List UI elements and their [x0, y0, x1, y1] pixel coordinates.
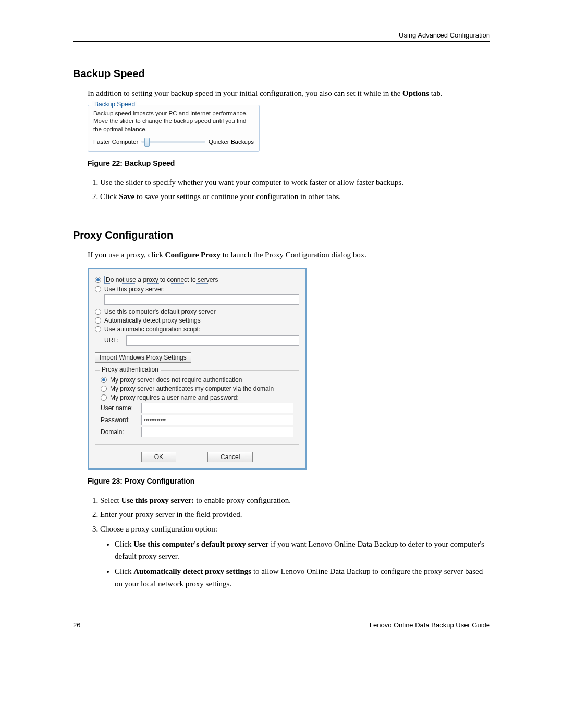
radio-auth-userpass[interactable]: My proxy requires a user name and passwo…	[101, 394, 293, 401]
proxy-sub-bullets: Click Use this computer's default proxy …	[100, 538, 490, 590]
radio-label: Automatically detect proxy settings	[104, 317, 201, 324]
username-input[interactable]	[141, 403, 293, 413]
radio-icon	[101, 394, 107, 401]
text: tab.	[429, 89, 443, 97]
figure-22-caption: Figure 22: Backup Speed	[88, 159, 490, 167]
radio-label: Use this proxy server:	[104, 286, 165, 293]
backup-speed-fieldset: Backup Speed Backup speed impacts your P…	[88, 105, 260, 152]
options-bold: Options	[402, 89, 429, 97]
radio-auto-detect[interactable]: Automatically detect proxy settings	[95, 317, 299, 324]
header-divider	[73, 41, 490, 42]
speed-slider[interactable]	[141, 141, 205, 143]
bold: Automatically detect proxy settings	[133, 567, 251, 575]
step-1: Select Use this proxy server: to enable …	[100, 495, 490, 507]
radio-no-proxy[interactable]: Do not use a proxy to connect to servers	[95, 276, 299, 284]
radio-icon	[101, 377, 107, 383]
cancel-button[interactable]: Cancel	[207, 452, 253, 462]
radio-icon	[101, 386, 107, 392]
slider-label-right: Quicker Backups	[209, 139, 254, 145]
radio-label: My proxy requires a user name and passwo…	[110, 394, 239, 401]
heading-proxy-config: Proxy Configuration	[73, 229, 490, 241]
text: In addition to setting your backup speed…	[88, 89, 402, 97]
bullet-auto-detect: Click Automatically detect proxy setting…	[115, 565, 490, 590]
bold: Use this computer's default proxy server	[133, 540, 268, 548]
radio-icon	[95, 309, 101, 315]
proxy-steps: Select Use this proxy server: to enable …	[88, 495, 490, 590]
radio-default-proxy[interactable]: Use this computer's default proxy server	[95, 308, 299, 315]
dialog-buttons: OK Cancel	[95, 452, 299, 462]
radio-label: Use this computer's default proxy server	[104, 308, 216, 315]
configure-proxy-bold: Configure Proxy	[165, 251, 221, 259]
step-3: Choose a proxy configuration option: Cli…	[100, 523, 490, 590]
password-input[interactable]: ••••••••••••	[141, 415, 293, 425]
bullet-default-proxy: Click Use this computer's default proxy …	[115, 538, 490, 563]
auth-legend: Proxy authentication	[100, 366, 161, 373]
radio-auth-none[interactable]: My proxy server does not require authent…	[101, 376, 293, 384]
header-section: Using Advanced Configuration	[73, 31, 490, 39]
text: to save your settings or continue your c…	[134, 192, 341, 201]
text: If you use a proxy, click	[88, 251, 165, 259]
text: to launch the Proxy Configuration dialog…	[221, 251, 366, 259]
radio-label: My proxy server authenticates my compute…	[110, 385, 274, 392]
proxy-server-input[interactable]	[104, 294, 299, 305]
import-windows-proxy-button[interactable]: Import Windows Proxy Settings	[95, 352, 191, 363]
slider-thumb[interactable]	[144, 138, 150, 147]
ok-button[interactable]: OK	[141, 452, 176, 462]
radio-label: Do not use a proxy to connect to servers	[104, 276, 219, 284]
bold: Use this proxy server:	[121, 496, 194, 504]
radio-icon	[95, 286, 101, 292]
page-number: 26	[73, 621, 80, 629]
radio-icon	[95, 277, 101, 283]
text: Click	[100, 192, 119, 201]
backup-speed-intro: In addition to setting your backup speed…	[88, 88, 490, 100]
text: to enable proxy configuration.	[194, 496, 291, 504]
domain-input[interactable]	[141, 427, 293, 437]
radio-icon	[95, 317, 101, 324]
fieldset-description: Backup speed impacts your PC and Interne…	[93, 109, 254, 134]
domain-label: Domain:	[101, 428, 138, 436]
fieldset-legend: Backup Speed	[92, 101, 137, 108]
proxy-intro: If you use a proxy, click Configure Prox…	[88, 249, 490, 261]
url-input[interactable]	[126, 335, 299, 346]
radio-auth-domain[interactable]: My proxy server authenticates my compute…	[101, 385, 293, 392]
heading-backup-speed: Backup Speed	[73, 68, 490, 80]
step-2: Click Save to save your settings or cont…	[100, 191, 490, 203]
radio-label: My proxy server does not require authent…	[110, 376, 242, 384]
proxy-auth-fieldset: Proxy authentication My proxy server doe…	[95, 370, 299, 445]
proxy-dialog: Do not use a proxy to connect to servers…	[88, 268, 307, 470]
password-label: Password:	[101, 416, 138, 424]
url-label: URL:	[104, 337, 123, 344]
radio-icon	[95, 326, 101, 332]
password-mask: ••••••••••••	[144, 417, 166, 423]
backup-speed-steps: Use the slider to specify whether you wa…	[88, 177, 490, 203]
step-2: Enter your proxy server in the field pro…	[100, 509, 490, 521]
radio-use-proxy-server[interactable]: Use this proxy server:	[95, 286, 299, 293]
radio-label: Use automatic configuration script:	[104, 326, 200, 333]
slider-row: Faster Computer Quicker Backups	[93, 139, 254, 145]
text: Select	[100, 496, 121, 504]
text: Click	[115, 567, 133, 575]
text: Click	[115, 540, 133, 548]
slider-label-left: Faster Computer	[93, 139, 138, 145]
radio-auto-script[interactable]: Use automatic configuration script:	[95, 326, 299, 333]
page-footer: 26 Lenovo Online Data Backup User Guide	[73, 621, 490, 629]
step-1: Use the slider to specify whether you wa…	[100, 177, 490, 189]
text: Choose a proxy configuration option:	[100, 525, 217, 533]
guide-title: Lenovo Online Data Backup User Guide	[370, 621, 490, 629]
username-label: User name:	[101, 404, 138, 412]
save-bold: Save	[119, 192, 134, 201]
figure-23-caption: Figure 23: Proxy Configuration	[88, 477, 490, 485]
